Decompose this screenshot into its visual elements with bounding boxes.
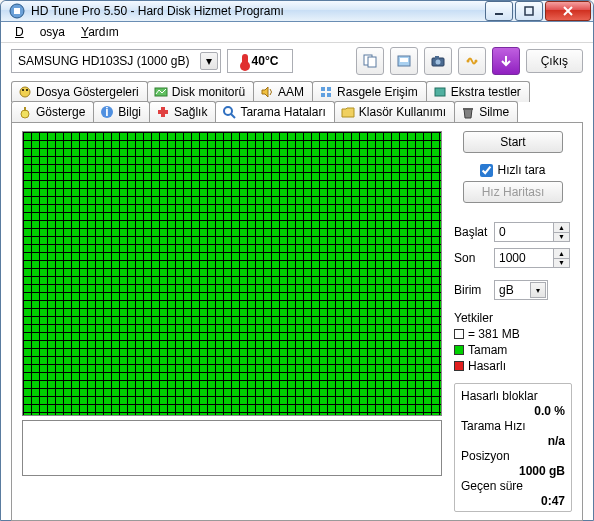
svg-point-28 (224, 107, 232, 115)
menu-file[interactable]: Dosya (7, 22, 73, 42)
start-button[interactable]: Start (463, 131, 563, 153)
tab-info[interactable]: iBilgi (93, 101, 150, 122)
end-field-row: Son 1000 ▲▼ (454, 248, 572, 268)
quick-scan-checkbox[interactable]: Hızlı tara (454, 163, 572, 177)
scan-grid (22, 131, 442, 416)
svg-point-12 (474, 60, 477, 63)
damaged-value: 0.0 % (534, 404, 565, 418)
tab-folder-usage[interactable]: Klasör Kullanımı (334, 101, 455, 122)
svg-point-14 (22, 89, 24, 91)
chevron-down-icon: ▾ (530, 282, 546, 298)
legend-swatch-block (454, 329, 464, 339)
tab-file-benchmark[interactable]: Dosya Göstergeleri (11, 81, 148, 102)
svg-rect-3 (525, 7, 533, 15)
copy-screenshot-button[interactable] (390, 47, 418, 75)
svg-rect-7 (400, 58, 408, 62)
elapsed-value: 0:47 (541, 494, 565, 508)
svg-rect-19 (321, 93, 325, 97)
unit-label: Birim (454, 283, 494, 297)
screenshot-button[interactable] (424, 47, 452, 75)
temperature-value: 40°C (252, 54, 279, 68)
start-spinner[interactable]: ▲▼ (554, 222, 570, 242)
svg-rect-2 (495, 13, 503, 15)
quick-scan-input[interactable] (480, 164, 493, 177)
svg-point-22 (21, 110, 29, 118)
tabs-row-top: Dosya Göstergeleri Disk monitorü AAM Ras… (11, 81, 583, 102)
tab-random-access[interactable]: Rasgele Erişim (312, 81, 427, 102)
end-label: Son (454, 251, 494, 265)
tab-benchmark[interactable]: Gösterge (11, 101, 94, 122)
menu-help[interactable]: Yardım (73, 22, 127, 42)
svg-rect-10 (435, 56, 439, 59)
window-title: HD Tune Pro 5.50 - Hard Disk Hizmet Prog… (31, 4, 483, 18)
start-field-row: Başlat 0 ▲▼ (454, 222, 572, 242)
save-button[interactable] (492, 47, 520, 75)
top-toolbar: SAMSUNG HD103SJ (1000 gB) ▾ 40°C Çıkış (1, 43, 593, 79)
svg-point-15 (26, 89, 28, 91)
scan-area (22, 131, 442, 512)
drive-selected-text: SAMSUNG HD103SJ (1000 gB) (18, 54, 189, 68)
app-window: HD Tune Pro 5.50 - Hard Disk Hizmet Prog… (0, 0, 594, 521)
options-button[interactable] (458, 47, 486, 75)
tabs-row-bottom: Gösterge iBilgi Sağlık Tarama Hataları K… (11, 101, 583, 122)
svg-point-13 (20, 87, 30, 97)
end-input[interactable]: 1000 (494, 248, 554, 268)
temperature-display: 40°C (227, 49, 293, 73)
legend-swatch-bad (454, 361, 464, 371)
titlebar[interactable]: HD Tune Pro 5.50 - Hard Disk Hizmet Prog… (1, 1, 593, 22)
tab-health[interactable]: Sağlık (149, 101, 216, 122)
tab-disk-monitor[interactable]: Disk monitorü (147, 81, 254, 102)
svg-rect-29 (463, 108, 473, 110)
unit-field-row: Birim gB▾ (454, 280, 572, 300)
svg-rect-5 (368, 57, 376, 67)
svg-rect-20 (327, 93, 331, 97)
svg-point-9 (435, 60, 440, 65)
legend: Yetkiler = 381 MB Tamam Hasarlı (454, 309, 572, 375)
position-value: 1000 gB (519, 464, 565, 478)
side-panel: Start Hızlı tara Hız Haritası Başlat 0 ▲… (442, 131, 572, 512)
tab-content-error-scan: Start Hızlı tara Hız Haritası Başlat 0 ▲… (11, 122, 583, 521)
thermometer-icon (242, 54, 248, 68)
app-icon (9, 3, 25, 19)
legend-title: Yetkiler (454, 311, 572, 325)
drive-select[interactable]: SAMSUNG HD103SJ (1000 gB) ▾ (11, 49, 221, 73)
svg-rect-23 (24, 107, 26, 111)
message-box (22, 420, 442, 476)
tab-aam[interactable]: AAM (253, 81, 313, 102)
tab-container: Dosya Göstergeleri Disk monitorü AAM Ras… (1, 79, 593, 521)
maximize-button[interactable] (515, 1, 543, 21)
dropdown-arrow-icon: ▾ (200, 52, 218, 70)
close-button[interactable] (545, 1, 591, 21)
start-input[interactable]: 0 (494, 222, 554, 242)
exit-button[interactable]: Çıkış (526, 49, 583, 73)
tab-erase[interactable]: Silme (454, 101, 518, 122)
svg-text:i: i (106, 105, 109, 119)
svg-rect-21 (435, 88, 445, 96)
minimize-button[interactable] (485, 1, 513, 21)
copy-info-button[interactable] (356, 47, 384, 75)
menubar: Dosya Yardım (1, 22, 593, 43)
speed-value: n/a (548, 434, 565, 448)
svg-rect-27 (158, 110, 168, 114)
svg-rect-17 (321, 87, 325, 91)
svg-rect-18 (327, 87, 331, 91)
svg-point-11 (466, 60, 469, 63)
tab-extra-tests[interactable]: Ekstra testler (426, 81, 530, 102)
speedmap-button: Hız Haritası (463, 181, 563, 203)
stats-box: Hasarlı bloklar 0.0 % Tarama Hızı n/a Po… (454, 383, 572, 512)
legend-swatch-ok (454, 345, 464, 355)
end-spinner[interactable]: ▲▼ (554, 248, 570, 268)
unit-select[interactable]: gB▾ (494, 280, 548, 300)
start-label: Başlat (454, 225, 494, 239)
svg-rect-1 (14, 8, 20, 14)
tab-error-scan[interactable]: Tarama Hataları (215, 101, 334, 122)
